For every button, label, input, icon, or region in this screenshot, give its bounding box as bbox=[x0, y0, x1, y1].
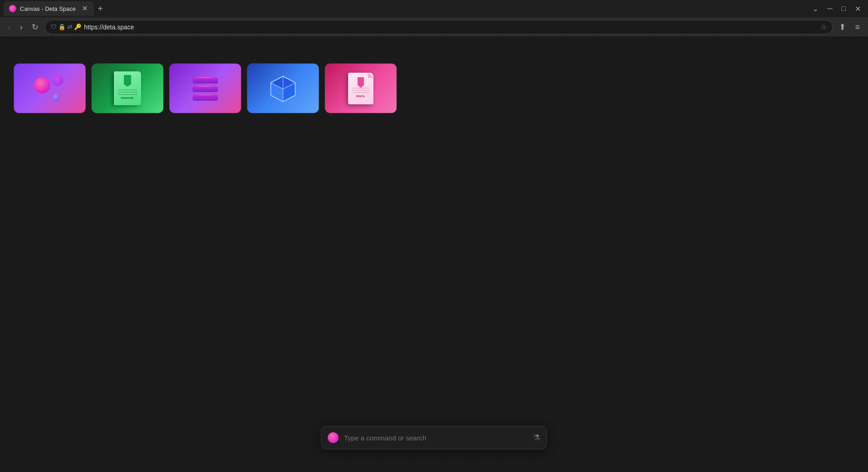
nav-right-controls: ⬆ ≡ bbox=[836, 21, 863, 33]
docs-page-icon: docs. bbox=[348, 73, 373, 104]
db-cylinder-1 bbox=[193, 76, 218, 84]
tab-title: Canvas - Deta Space bbox=[20, 5, 77, 12]
collections-icon-area bbox=[170, 64, 241, 113]
address-security-icons: 🛡 🔒 ⇄ 🔑 bbox=[51, 23, 81, 30]
app-card-collections[interactable]: Collections ? bbox=[169, 63, 241, 113]
tab-favicon bbox=[9, 5, 16, 12]
command-avatar bbox=[328, 432, 339, 443]
docs-lines bbox=[352, 88, 370, 94]
reload-button[interactable]: ↻ bbox=[29, 21, 41, 33]
cube-svg bbox=[267, 73, 299, 104]
window-controls: ⌄ ─ □ ✕ bbox=[809, 4, 864, 14]
docs-corner bbox=[368, 73, 373, 78]
manual-bookmark bbox=[124, 75, 131, 87]
app-card-docs[interactable]: docs. Docs ? bbox=[325, 63, 397, 113]
main-content: Discovery ? manual. Manual ? bbox=[0, 54, 868, 472]
builder-cube-icon bbox=[267, 73, 299, 104]
address-bar[interactable]: 🛡 🔒 ⇄ 🔑 https://deta.space ☆ bbox=[45, 20, 833, 34]
app-card-manual[interactable]: manual. Manual ? bbox=[91, 63, 164, 113]
app-card-discovery[interactable]: Discovery ? bbox=[14, 63, 86, 113]
manual-icon-area: manual. bbox=[92, 64, 163, 113]
minimize-button[interactable]: ─ bbox=[824, 4, 836, 14]
collections-label-row: Collections ? bbox=[170, 113, 241, 113]
discovery-icon-area bbox=[14, 64, 85, 113]
circle-med bbox=[52, 75, 63, 86]
dropdown-arrow[interactable]: ⌄ bbox=[809, 4, 822, 14]
connection-icon: ⇄ bbox=[67, 23, 72, 30]
builder-icon-area bbox=[247, 64, 319, 113]
circle-big bbox=[34, 77, 50, 93]
builder-label-row: Builder ? bbox=[247, 113, 319, 113]
bookmark-star-icon[interactable]: ☆ bbox=[821, 23, 827, 31]
share-button[interactable]: ⬆ bbox=[836, 21, 849, 33]
command-flask-icon: ⚗ bbox=[533, 433, 540, 443]
apps-grid: Discovery ? manual. Manual ? bbox=[14, 63, 854, 113]
key-icon: 🔑 bbox=[74, 23, 81, 30]
browser-menu-button[interactable]: ≡ bbox=[852, 21, 863, 33]
shield-icon: 🛡 bbox=[51, 23, 57, 30]
back-button[interactable]: ‹ bbox=[5, 21, 14, 33]
command-bar: ⚗ bbox=[321, 426, 547, 449]
circle-small bbox=[52, 94, 60, 101]
db-cylinder-3 bbox=[193, 93, 218, 101]
docs-label-row: Docs ? bbox=[325, 113, 396, 113]
close-window-button[interactable]: ✕ bbox=[851, 4, 864, 14]
manual-lines bbox=[118, 89, 137, 96]
docs-icon-area: docs. bbox=[325, 64, 396, 113]
app-card-builder[interactable]: Builder ? bbox=[247, 63, 319, 113]
maximize-button[interactable]: □ bbox=[838, 4, 849, 14]
tab-bar: Canvas - Deta Space ✕ + ⌄ ─ □ ✕ bbox=[0, 0, 868, 17]
nav-bar: ‹ › ↻ 🛡 🔒 ⇄ 🔑 https://deta.space ☆ ⬆ ≡ bbox=[0, 17, 868, 37]
collections-db-stack bbox=[193, 76, 218, 101]
forward-button[interactable]: › bbox=[17, 21, 25, 33]
discovery-label-row: Discovery ? bbox=[14, 113, 85, 113]
active-tab[interactable]: Canvas - Deta Space ✕ bbox=[4, 1, 94, 16]
tab-close-button[interactable]: ✕ bbox=[81, 4, 89, 13]
command-input[interactable] bbox=[344, 434, 528, 442]
new-tab-button[interactable]: + bbox=[94, 0, 107, 17]
manual-text-label: manual. bbox=[114, 96, 141, 100]
docs-bookmark bbox=[358, 77, 364, 88]
docs-text-label: docs. bbox=[348, 94, 373, 98]
browser-chrome: Canvas - Deta Space ✕ + ⌄ ─ □ ✕ ‹ › ↻ 🛡 … bbox=[0, 0, 868, 37]
db-cylinder-2 bbox=[193, 85, 218, 92]
discovery-circles bbox=[32, 75, 68, 102]
lock-icon: 🔒 bbox=[58, 23, 66, 30]
manual-label-row: Manual ? bbox=[92, 113, 163, 113]
manual-book-icon: manual. bbox=[114, 71, 141, 105]
url-text: https://deta.space bbox=[84, 23, 818, 31]
